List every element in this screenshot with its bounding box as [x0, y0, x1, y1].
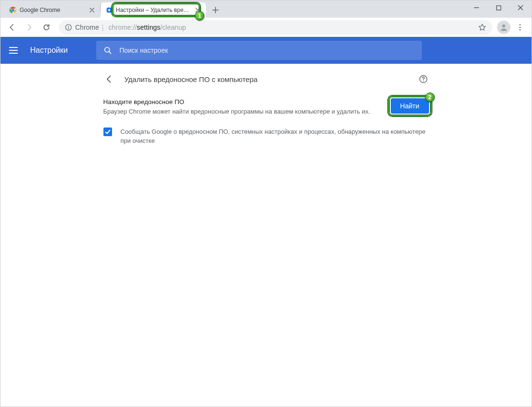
settings-gear-icon: [105, 6, 113, 14]
help-icon[interactable]: [418, 73, 429, 85]
svg-point-20: [423, 81, 424, 81]
report-checkbox-label: Сообщать Google о вредоносном ПО, систем…: [121, 127, 429, 146]
settings-search[interactable]: [96, 41, 422, 60]
svg-point-14: [502, 24, 505, 27]
back-arrow-icon[interactable]: [103, 73, 115, 85]
svg-point-18: [105, 47, 110, 52]
svg-point-16: [520, 26, 521, 28]
svg-rect-10: [497, 6, 501, 10]
find-button[interactable]: Найти: [391, 98, 429, 114]
svg-rect-8: [106, 10, 107, 10]
chrome-logo-icon: [9, 6, 17, 14]
back-button[interactable]: [4, 20, 20, 35]
settings-search-input[interactable]: [119, 47, 415, 54]
svg-point-15: [520, 24, 521, 25]
row-title: Находите вредоносное ПО: [103, 98, 381, 105]
site-label: Chrome: [75, 23, 99, 31]
menu-icon[interactable]: [9, 45, 21, 56]
find-malware-row: Находите вредоносное ПО Браузер Chrome м…: [103, 94, 429, 120]
url-text: chrome://settings/cleanup: [108, 23, 186, 31]
svg-point-5: [108, 9, 110, 11]
tab-title: Google Chrome: [20, 7, 86, 13]
annotation-badge-2: 2: [425, 93, 435, 102]
address-bar[interactable]: Chrome | chrome://settings/cleanup: [59, 20, 492, 35]
forward-button[interactable]: [22, 20, 37, 35]
settings-content: Удалить вредоносное ПО с компьютера Нахо…: [0, 64, 532, 407]
maximize-button[interactable]: [487, 0, 509, 15]
section-title: Удалить вредоносное ПО с компьютера: [125, 75, 408, 83]
tab-google-chrome[interactable]: Google Chrome: [4, 2, 100, 18]
svg-rect-9: [111, 10, 113, 10]
new-tab-button[interactable]: [209, 3, 222, 17]
info-icon: [65, 23, 72, 31]
settings-title: Настройки: [30, 46, 68, 55]
row-description: Браузер Chrome может найти вредоносные п…: [103, 107, 381, 116]
report-checkbox-row: Сообщать Google о вредоносном ПО, систем…: [103, 120, 429, 146]
annotation-badge-1: 1: [195, 11, 204, 21]
window-controls: [465, 0, 532, 15]
close-icon[interactable]: [89, 7, 95, 13]
minimize-button[interactable]: [465, 0, 487, 15]
search-icon: [103, 46, 113, 55]
reload-button[interactable]: [39, 20, 54, 35]
tab-settings-cleanup[interactable]: Настройки – Удалить вредоносное ПО: [101, 2, 206, 18]
section-header: Удалить вредоносное ПО с компьютера: [103, 64, 429, 94]
close-window-button[interactable]: [509, 0, 532, 15]
report-checkbox[interactable]: [103, 128, 112, 136]
titlebar: Google Chrome Настройки – Удалить вредон…: [0, 0, 532, 18]
settings-header: Настройки: [0, 37, 532, 64]
svg-rect-6: [109, 7, 109, 8]
tab-title: Настройки – Удалить вредоносное ПО: [116, 7, 192, 13]
svg-point-17: [520, 29, 521, 30]
site-identity[interactable]: Chrome |: [65, 23, 103, 31]
browser-toolbar: Chrome | chrome://settings/cleanup 1: [0, 18, 532, 37]
kebab-menu-icon[interactable]: [512, 20, 528, 35]
svg-point-12: [68, 25, 69, 26]
svg-rect-13: [68, 27, 68, 29]
tab-strip: Google Chrome Настройки – Удалить вредон…: [4, 0, 222, 18]
profile-avatar[interactable]: [497, 21, 510, 34]
svg-rect-7: [109, 12, 109, 13]
bookmark-star-icon[interactable]: [478, 23, 487, 32]
